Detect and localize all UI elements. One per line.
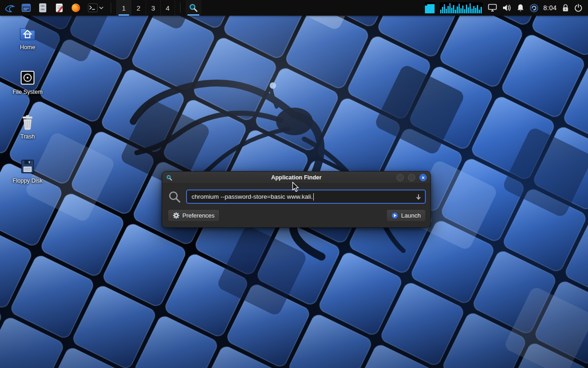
arrow-down-icon [416,194,421,200]
window-controls: × [396,174,427,181]
terminal-icon [88,3,98,12]
desktop-icon-home[interactable]: Home [7,24,48,51]
desktop-icon-trash[interactable]: Trash [7,113,48,140]
launch-button[interactable]: Launch [386,209,426,222]
panel-left-group: 1 2 3 4 [3,0,201,16]
top-panel: 1 2 3 4 [0,0,588,16]
window-title: Application Finder [162,174,430,181]
desktop-icon-label: Floppy Disk [12,178,42,184]
display-settings-tray[interactable] [488,4,497,12]
lock-screen-button[interactable] [562,4,569,12]
panel-right-group: 8:04 [425,0,585,16]
gear-icon [173,212,180,219]
desktop-icon-file-system[interactable]: File System [7,69,48,96]
firefox-launcher[interactable] [69,1,83,15]
desktop-icon-label: File System [12,89,42,96]
close-button[interactable]: × [419,174,427,181]
lock-icon [562,4,569,12]
logout-button[interactable] [574,4,582,12]
floppy-icon [18,157,37,176]
chevron-down-icon [99,6,103,9]
text-editor-icon [54,3,64,13]
file-manager-launcher[interactable] [19,1,33,15]
display-icon [488,4,497,12]
clock[interactable]: 8:04 [543,4,557,12]
command-input[interactable]: chromium --password-store=basic www.kali… [186,190,426,204]
kali-menu-button[interactable] [3,1,17,15]
text-caret [313,193,314,201]
file-cabinet-launcher[interactable] [36,1,50,15]
preferences-button[interactable]: Preferences [168,209,220,222]
text-editor-launcher[interactable] [52,1,66,15]
minimize-button[interactable] [396,174,404,181]
audio-spectrum-icon [440,2,483,13]
command-text: chromium --password-store=basic www.kali… [192,193,313,200]
volume-tray[interactable] [502,4,511,12]
desktop-icon-floppy-disk[interactable]: Floppy Disk [7,157,48,184]
button-row: Preferences Launch [168,209,426,222]
launch-icon [391,212,398,219]
workspace-switcher: 1 2 3 4 [116,0,175,16]
taskbar-application-finder[interactable] [186,0,201,16]
entry-dropdown-arrow[interactable] [416,194,421,200]
workspace-1[interactable]: 1 [116,0,131,16]
titlebar[interactable]: Application Finder × [162,172,430,184]
bell-icon [516,4,525,12]
panel-separator [180,3,181,13]
trash-icon [18,113,37,132]
search-row: chromium --password-store=basic www.kali… [168,190,426,204]
application-finder-window: Application Finder × chromium --password… [162,171,431,228]
updates-icon [530,4,538,12]
desktop-icon-label: Trash [20,134,35,140]
terminal-launcher[interactable] [85,1,106,15]
workspace-4[interactable]: 4 [160,0,175,16]
desktop-icon-label: Home [20,45,35,51]
desktop-icon-column: Home File System Trash Floppy Di [7,24,48,184]
workspace-2[interactable]: 2 [131,0,146,16]
maximize-button[interactable] [408,174,415,181]
power-icon [574,4,582,12]
panel-separator [111,3,111,13]
launch-label: Launch [401,212,421,219]
home-folder-icon [18,24,37,42]
notifications-tray[interactable] [516,4,525,12]
cpu-graph-icon [425,2,435,13]
finder-body: chromium --password-store=basic www.kali… [162,184,430,227]
window-icon-magnifier [166,174,173,181]
search-icon [168,190,181,204]
cpu-graph-widget[interactable] [425,2,435,13]
volume-icon [502,4,511,12]
preferences-label: Preferences [182,212,215,219]
workspace-3[interactable]: 3 [146,0,160,16]
firefox-icon [71,3,81,13]
archive-icon [38,3,48,13]
file-manager-icon [21,3,31,13]
updates-tray[interactable] [530,4,538,12]
kali-logo-icon [4,2,15,13]
drive-icon [18,69,37,87]
audio-spectrum-widget[interactable] [440,2,483,13]
magnifier-icon [188,3,198,13]
